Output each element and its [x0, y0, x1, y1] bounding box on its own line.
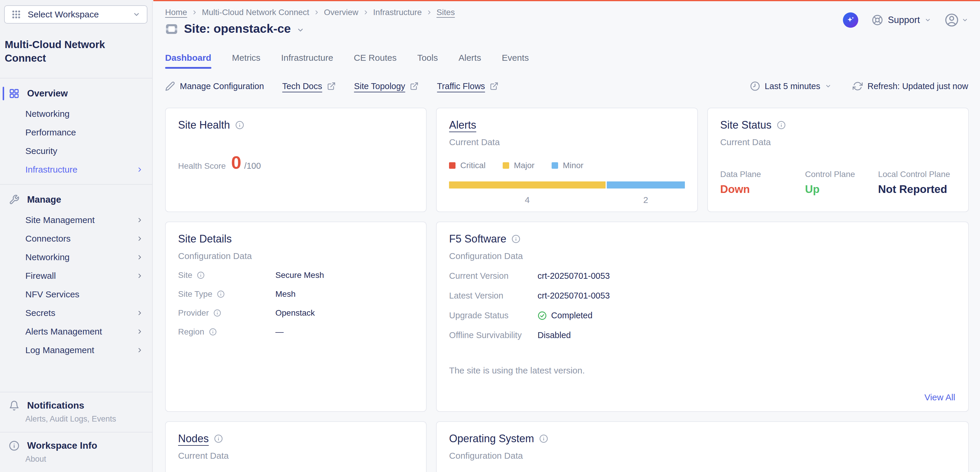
software-label: Latest Version: [449, 291, 503, 301]
breadcrumb-workspace[interactable]: Multi-Cloud Network Connect: [202, 8, 309, 17]
chevron-down-icon: [825, 83, 831, 89]
refresh-button[interactable]: Refresh: Updated just now: [853, 81, 968, 91]
sidebar-item-notifications[interactable]: Notifications Alerts, Audit Logs, Events: [0, 392, 152, 432]
legend-item-minor: Minor: [552, 161, 584, 170]
alerts-title-link[interactable]: Alerts: [449, 119, 476, 131]
tab-bar: Dashboard Metrics Infrastructure CE Rout…: [153, 53, 980, 69]
site-details-card: Site Details Configuration Data Site Sec…: [165, 222, 426, 412]
sidebar-section-manage[interactable]: Manage: [0, 189, 152, 210]
chevron-down-icon: [962, 17, 968, 23]
sidebar-item-networking[interactable]: Networking: [0, 104, 152, 123]
alerts-bar-segment-major[interactable]: [449, 182, 605, 188]
nodes-title-link[interactable]: Nodes: [178, 432, 209, 445]
alerts-bar-segment-minor[interactable]: [607, 182, 685, 188]
info-icon[interactable]: [214, 434, 223, 443]
sidebar-manage: Manage Site Management Connectors Networ…: [0, 185, 152, 359]
chevron-right-icon: [136, 166, 143, 173]
chevron-right-icon: [136, 272, 143, 279]
info-icon[interactable]: [209, 328, 217, 336]
info-icon[interactable]: [213, 309, 221, 317]
apps-grid-icon: [11, 10, 21, 19]
info-icon[interactable]: [777, 121, 786, 129]
traffic-flows-link[interactable]: Traffic Flows: [437, 81, 498, 91]
sidebar-item-nfv-services[interactable]: NFV Services: [0, 285, 152, 303]
sidebar-item-log-management[interactable]: Log Management: [0, 341, 152, 359]
sidebar-item-label: Overview: [27, 88, 68, 99]
info-icon[interactable]: [512, 234, 520, 243]
ai-assistant-button[interactable]: [843, 13, 858, 28]
site-details-title: Site Details: [178, 233, 232, 245]
tab-alerts[interactable]: Alerts: [458, 53, 481, 69]
info-icon[interactable]: [217, 290, 225, 298]
sidebar-item-label: Secrets: [25, 308, 56, 318]
info-icon: [9, 440, 19, 451]
sidebar-item-security[interactable]: Security: [0, 142, 152, 160]
tab-events[interactable]: Events: [502, 53, 529, 69]
sidebar-item-label: Connectors: [25, 234, 70, 244]
info-icon[interactable]: [539, 434, 548, 443]
sidebar-item-site-management[interactable]: Site Management: [0, 210, 152, 229]
software-value: crt-20250701-0053: [538, 271, 610, 281]
detail-value: Openstack: [275, 308, 315, 318]
workspace-selector[interactable]: Select Workspace: [4, 5, 147, 24]
status-col-control-plane: Control Plane Up: [805, 170, 878, 196]
sidebar-item-connectors[interactable]: Connectors: [0, 229, 152, 248]
info-icon[interactable]: [197, 271, 205, 279]
sidebar-item-performance[interactable]: Performance: [0, 123, 152, 142]
sidebar-item-sublabel: About: [9, 454, 147, 464]
operating-system-card: Operating System Configuration Data: [436, 421, 969, 472]
software-value: crt-20250701-0053: [538, 291, 610, 301]
support-menu[interactable]: Support: [872, 14, 931, 26]
breadcrumb-sites[interactable]: Sites: [437, 8, 455, 17]
legend-label: Major: [514, 161, 535, 170]
view-all-link[interactable]: View All: [924, 392, 955, 402]
info-icon[interactable]: [235, 121, 244, 129]
chevron-down-icon[interactable]: [297, 26, 304, 34]
detail-row-site-type: Site Type Mesh: [178, 289, 414, 299]
traffic-flows-label: Traffic Flows: [437, 81, 485, 91]
site-icon: [165, 22, 178, 35]
tab-metrics[interactable]: Metrics: [232, 53, 261, 69]
status-value: Down: [720, 183, 805, 196]
sidebar-item-firewall[interactable]: Firewall: [0, 266, 152, 285]
sidebar-item-label: Security: [25, 146, 57, 156]
sidebar-item-sublabel: Alerts, Audit Logs, Events: [9, 415, 147, 424]
software-label: Offline Survivability: [449, 330, 522, 340]
sidebar-item-label: Log Management: [25, 345, 94, 355]
breadcrumb-infrastructure[interactable]: Infrastructure: [373, 8, 422, 17]
sidebar-item-infrastructure[interactable]: Infrastructure: [0, 160, 152, 179]
sidebar-item-secrets[interactable]: Secrets: [0, 303, 152, 322]
tab-infrastructure[interactable]: Infrastructure: [281, 53, 333, 69]
sidebar-item-workspace-info[interactable]: Workspace Info About: [0, 432, 152, 472]
time-range-selector[interactable]: Last 5 minutes: [750, 81, 832, 91]
site-topology-link[interactable]: Site Topology: [354, 81, 419, 91]
legend-label: Critical: [460, 161, 485, 170]
workspace-selector-label: Select Workspace: [28, 10, 99, 19]
software-value: Completed: [551, 311, 592, 321]
tab-ce-routes[interactable]: CE Routes: [354, 53, 396, 69]
breadcrumb-home[interactable]: Home: [165, 8, 187, 17]
sidebar-item-label: NFV Services: [25, 289, 79, 300]
dashboard-toolbar: Manage Configuration Tech Docs Site Topo…: [153, 81, 980, 91]
workspace-title: Multi-Cloud Network Connect: [0, 24, 152, 78]
manage-configuration-button[interactable]: Manage Configuration: [165, 81, 264, 91]
tech-docs-link[interactable]: Tech Docs: [282, 81, 336, 91]
user-menu[interactable]: [945, 13, 968, 27]
health-score-value: 0: [231, 152, 241, 173]
sidebar-item-alerts-management[interactable]: Alerts Management: [0, 322, 152, 341]
tab-tools[interactable]: Tools: [417, 53, 438, 69]
status-label: Local Control Plane: [878, 170, 956, 179]
support-label: Support: [888, 15, 920, 26]
status-col-local-control-plane: Local Control Plane Not Reported: [878, 170, 956, 196]
status-columns: Data Plane Down Control Plane Up Local C…: [720, 170, 956, 196]
nodes-subtitle: Current Data: [178, 451, 414, 461]
alerts-stacked-bar[interactable]: [449, 182, 684, 188]
breadcrumb-overview[interactable]: Overview: [324, 8, 358, 17]
status-value: Not Reported: [878, 183, 956, 196]
sidebar-item-manage-networking[interactable]: Networking: [0, 248, 152, 266]
external-link-icon: [410, 82, 418, 91]
page-title: Site: openstack-ce: [184, 22, 291, 36]
tab-dashboard[interactable]: Dashboard: [165, 53, 212, 69]
sidebar-item-overview[interactable]: Overview: [0, 83, 152, 104]
chevron-right-icon: [136, 309, 143, 317]
